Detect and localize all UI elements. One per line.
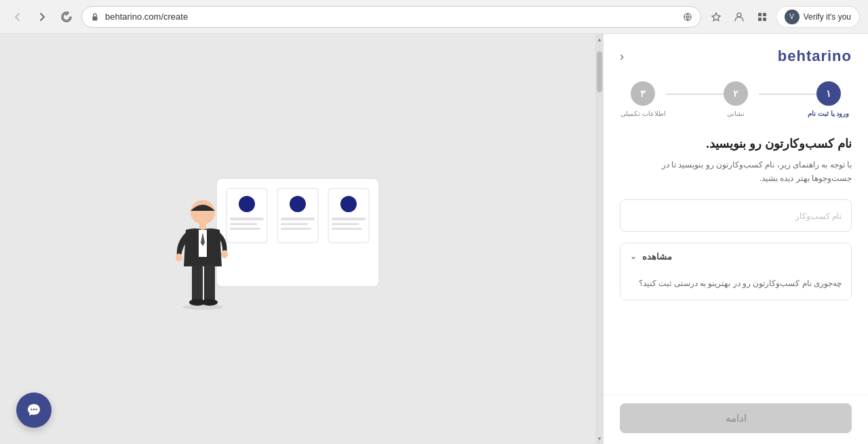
svg-rect-29: [204, 265, 215, 302]
svg-rect-20: [332, 218, 366, 220]
chevron-right-icon: ›: [620, 49, 624, 64]
collapse-header[interactable]: مشاهده ⌄: [620, 243, 851, 270]
step-1: ۱ ورود یا ثبت نام: [806, 81, 852, 117]
svg-point-23: [191, 200, 215, 224]
reload-button[interactable]: [57, 7, 76, 26]
illustration: [203, 171, 393, 307]
chat-icon: [26, 402, 42, 418]
svg-rect-15: [281, 218, 315, 220]
steps-container: ۱ ورود یا ثبت نام ۲ نشانی: [620, 81, 852, 117]
forward-button[interactable]: [33, 7, 52, 26]
svg-rect-24: [199, 223, 206, 230]
browser-actions: V Verify it's you: [707, 6, 860, 28]
translate-icon: [683, 12, 692, 22]
lock-icon: [90, 12, 100, 22]
svg-point-27: [221, 250, 228, 258]
svg-rect-17: [281, 228, 311, 230]
svg-rect-28: [192, 265, 203, 302]
scroll-up-arrow[interactable]: ▲: [595, 34, 604, 45]
avatar: V: [785, 9, 800, 24]
svg-rect-6: [763, 18, 766, 21]
step-3-label: اطلاعات تکمیلی: [620, 110, 666, 117]
bookmark-star-button[interactable]: [707, 7, 726, 26]
svg-point-33: [31, 409, 32, 410]
section-title: نام کسب‌وکارتون رو بنویسید.: [620, 136, 852, 151]
continue-button[interactable]: ادامه: [620, 403, 852, 433]
svg-rect-16: [281, 223, 308, 225]
svg-point-34: [33, 409, 35, 410]
right-panel: › behtarino ۱ ورود یا ثبت نام ۲: [604, 34, 868, 444]
right-panel-content: › behtarino ۱ ورود یا ثبت نام ۲: [604, 34, 868, 395]
extensions-button[interactable]: [753, 7, 772, 26]
logo-area: › behtarino: [620, 47, 852, 65]
main-area: ▲ ▼ › behtarino ۱ ورود یا ثبت نام: [0, 34, 868, 444]
collapse-body: چه‌جوری نام کسب‌وکارتون رو در بهترینو به…: [620, 270, 851, 300]
step-3: ۳ اطلاعات تکمیلی: [620, 81, 666, 117]
collapse-header-text: مشاهده: [642, 251, 672, 262]
svg-point-32: [182, 304, 223, 310]
svg-point-19: [340, 196, 357, 212]
svg-rect-5: [758, 18, 762, 21]
section-description: با توجه به راهنمای زیر، نام کسب‌وکارتون …: [620, 158, 852, 186]
svg-point-14: [290, 196, 306, 212]
bottom-bar: ادامه: [604, 395, 868, 444]
svg-rect-21: [332, 223, 359, 225]
scroll-down-arrow[interactable]: ▼: [595, 433, 604, 444]
step-1-circle: ۱: [816, 81, 841, 106]
step-1-label: ورود یا ثبت نام: [808, 110, 849, 117]
verify-button[interactable]: V Verify it's you: [776, 6, 860, 28]
scrollbar-thumb[interactable]: [597, 52, 602, 92]
svg-rect-3: [758, 13, 762, 16]
back-button[interactable]: [8, 7, 27, 26]
chat-button[interactable]: [16, 392, 52, 428]
left-panel: [0, 34, 595, 444]
svg-point-26: [176, 254, 182, 262]
svg-rect-0: [93, 16, 98, 20]
step-3-circle: ۳: [631, 81, 655, 106]
svg-point-35: [35, 409, 37, 410]
verify-label: Verify it's you: [804, 12, 851, 22]
browser-chrome: behtarino.com/create V Verify it's you: [0, 0, 868, 34]
step-2-label: نشانی: [727, 110, 745, 117]
business-name-input[interactable]: [620, 199, 852, 232]
url-text: behtarino.com/create: [105, 12, 677, 22]
collapse-section: مشاهده ⌄ چه‌جوری نام کسب‌وکارتون رو در ب…: [620, 243, 852, 300]
svg-rect-4: [763, 13, 766, 16]
logo-text: behtarino: [778, 47, 852, 65]
chevron-down-icon: ⌄: [630, 251, 637, 261]
person-illustration: [162, 192, 243, 327]
scrollbar[interactable]: ▲ ▼: [595, 34, 604, 444]
profile-button[interactable]: [730, 7, 749, 26]
step-2: ۲ نشانی: [713, 81, 759, 117]
step-2-circle: ۲: [724, 81, 748, 106]
svg-point-2: [737, 13, 741, 17]
svg-rect-22: [332, 228, 362, 230]
address-bar[interactable]: behtarino.com/create: [81, 6, 701, 28]
collapse-body-text: چه‌جوری نام کسب‌وکارتون رو در بهترینو به…: [639, 279, 842, 288]
